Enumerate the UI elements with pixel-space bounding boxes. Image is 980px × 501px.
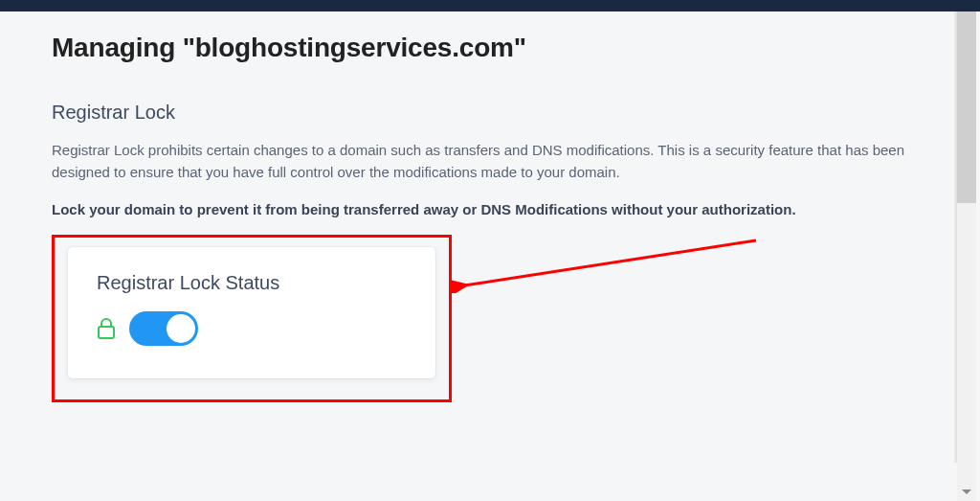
annotation-arrow <box>450 236 766 293</box>
toggle-row <box>97 311 407 346</box>
section-heading: Registrar Lock <box>52 102 928 124</box>
registrar-lock-toggle[interactable] <box>129 311 198 346</box>
lock-icon <box>97 317 116 340</box>
scrollbar-thumb[interactable] <box>957 11 976 203</box>
section-description: Registrar Lock prohibits certain changes… <box>52 139 913 184</box>
page-title: Managing "bloghostingservices.com" <box>52 33 928 63</box>
annotation-highlight-box: Registrar Lock Status <box>52 235 452 402</box>
section-bold-note: Lock your domain to prevent it from bein… <box>52 201 913 217</box>
top-nav-bar <box>0 0 980 11</box>
svg-line-2 <box>464 240 756 285</box>
scrollbar-down-arrow-icon[interactable] <box>957 482 976 501</box>
card-title: Registrar Lock Status <box>97 272 407 294</box>
page-container: Managing "bloghostingservices.com" Regis… <box>0 11 980 402</box>
svg-rect-0 <box>99 327 114 338</box>
registrar-lock-card: Registrar Lock Status <box>68 247 435 378</box>
toggle-knob <box>167 314 195 343</box>
